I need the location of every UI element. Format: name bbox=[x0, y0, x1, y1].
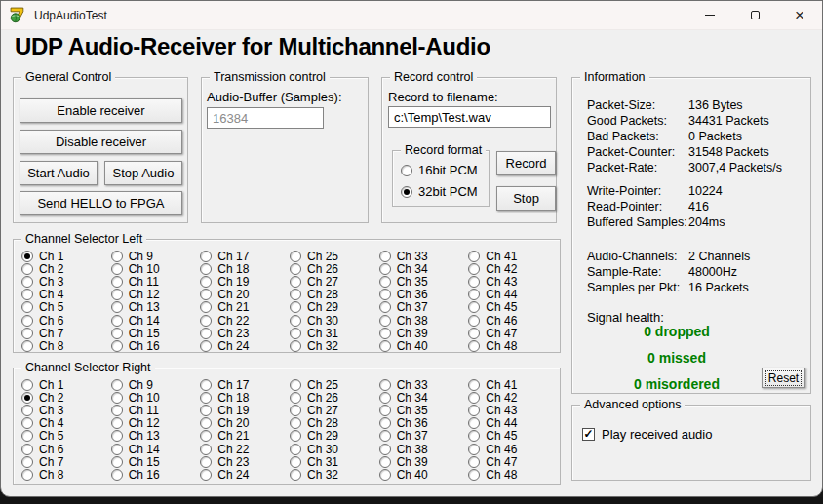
radio-ch-22[interactable]: Ch 22 bbox=[200, 443, 290, 455]
radio-ch-30[interactable]: Ch 30 bbox=[290, 314, 379, 327]
send-hello-button[interactable]: Send HELLO to FPGA bbox=[20, 191, 182, 215]
radio-ch-27[interactable]: Ch 27 bbox=[290, 404, 379, 416]
radio-ch-26[interactable]: Ch 26 bbox=[290, 391, 379, 404]
radio-ch-23[interactable]: Ch 23 bbox=[200, 327, 290, 339]
radio-ch-6[interactable]: Ch 6 bbox=[21, 314, 111, 327]
radio-ch-7[interactable]: Ch 7 bbox=[21, 455, 111, 468]
radio-ch-18[interactable]: Ch 18 bbox=[200, 262, 290, 275]
radio-ch-38[interactable]: Ch 38 bbox=[379, 443, 469, 455]
radio-ch-4[interactable]: Ch 4 bbox=[21, 289, 111, 301]
radio-ch-45[interactable]: Ch 45 bbox=[468, 301, 558, 314]
radio-ch-48[interactable]: Ch 48 bbox=[468, 468, 558, 481]
radio-ch-28[interactable]: Ch 28 bbox=[290, 417, 379, 430]
record-button[interactable]: Record bbox=[496, 151, 556, 175]
radio-ch-46[interactable]: Ch 46 bbox=[468, 443, 558, 455]
radio-ch-6[interactable]: Ch 6 bbox=[21, 443, 111, 455]
radio-ch-27[interactable]: Ch 27 bbox=[290, 275, 379, 288]
radio-ch-1[interactable]: Ch 1 bbox=[21, 378, 111, 391]
radio-ch-39[interactable]: Ch 39 bbox=[379, 327, 469, 339]
radio-ch-35[interactable]: Ch 35 bbox=[379, 404, 469, 416]
radio-ch-40[interactable]: Ch 40 bbox=[379, 468, 469, 481]
radio-ch-21[interactable]: Ch 21 bbox=[200, 301, 290, 314]
minimize-button[interactable] bbox=[687, 1, 732, 29]
radio-16bit-pcm[interactable]: 16bit PCM bbox=[401, 163, 478, 177]
radio-ch-46[interactable]: Ch 46 bbox=[468, 314, 558, 327]
radio-ch-11[interactable]: Ch 11 bbox=[111, 275, 201, 288]
radio-ch-36[interactable]: Ch 36 bbox=[379, 417, 469, 430]
radio-ch-9[interactable]: Ch 9 bbox=[111, 378, 201, 391]
radio-ch-41[interactable]: Ch 41 bbox=[468, 378, 558, 391]
radio-ch-42[interactable]: Ch 42 bbox=[468, 262, 558, 275]
radio-ch-2[interactable]: Ch 2 bbox=[21, 262, 111, 275]
radio-ch-13[interactable]: Ch 13 bbox=[111, 301, 201, 314]
radio-ch-5[interactable]: Ch 5 bbox=[21, 430, 111, 443]
start-audio-button[interactable]: Start Audio bbox=[20, 161, 98, 185]
radio-ch-17[interactable]: Ch 17 bbox=[200, 378, 290, 391]
radio-ch-26[interactable]: Ch 26 bbox=[290, 262, 379, 275]
radio-ch-21[interactable]: Ch 21 bbox=[200, 430, 290, 443]
play-received-audio-checkbox[interactable]: Play received audio bbox=[582, 427, 712, 442]
radio-ch-38[interactable]: Ch 38 bbox=[379, 314, 469, 327]
titlebar[interactable]: UdpAudioTest × bbox=[1, 1, 822, 30]
radio-ch-41[interactable]: Ch 41 bbox=[468, 250, 558, 262]
radio-ch-10[interactable]: Ch 10 bbox=[111, 262, 201, 275]
radio-ch-16[interactable]: Ch 16 bbox=[111, 468, 201, 481]
radio-ch-3[interactable]: Ch 3 bbox=[21, 404, 111, 416]
radio-ch-37[interactable]: Ch 37 bbox=[379, 430, 469, 443]
radio-ch-9[interactable]: Ch 9 bbox=[111, 250, 201, 262]
radio-ch-24[interactable]: Ch 24 bbox=[200, 468, 290, 481]
radio-ch-22[interactable]: Ch 22 bbox=[200, 314, 290, 327]
radio-ch-36[interactable]: Ch 36 bbox=[379, 289, 469, 301]
radio-ch-44[interactable]: Ch 44 bbox=[468, 417, 558, 430]
radio-ch-29[interactable]: Ch 29 bbox=[290, 301, 379, 314]
disable-receiver-button[interactable]: Disable receiver bbox=[20, 130, 182, 154]
close-button[interactable]: × bbox=[777, 1, 822, 29]
stop-audio-button[interactable]: Stop Audio bbox=[104, 161, 182, 185]
radio-ch-8[interactable]: Ch 8 bbox=[21, 339, 111, 352]
radio-ch-37[interactable]: Ch 37 bbox=[379, 301, 469, 314]
radio-ch-40[interactable]: Ch 40 bbox=[379, 339, 469, 352]
radio-ch-7[interactable]: Ch 7 bbox=[21, 327, 111, 339]
maximize-button[interactable] bbox=[732, 1, 777, 29]
radio-ch-17[interactable]: Ch 17 bbox=[200, 250, 290, 262]
radio-ch-31[interactable]: Ch 31 bbox=[290, 455, 379, 468]
radio-ch-43[interactable]: Ch 43 bbox=[468, 404, 558, 416]
radio-ch-14[interactable]: Ch 14 bbox=[111, 314, 201, 327]
radio-ch-15[interactable]: Ch 15 bbox=[111, 327, 201, 339]
record-filename-input[interactable] bbox=[388, 106, 551, 128]
radio-ch-34[interactable]: Ch 34 bbox=[379, 391, 469, 404]
radio-ch-20[interactable]: Ch 20 bbox=[200, 289, 290, 301]
radio-ch-47[interactable]: Ch 47 bbox=[468, 327, 558, 339]
radio-32bit-pcm[interactable]: 32bit PCM bbox=[401, 184, 478, 199]
radio-ch-32[interactable]: Ch 32 bbox=[290, 468, 379, 481]
radio-ch-45[interactable]: Ch 45 bbox=[468, 430, 558, 443]
radio-ch-12[interactable]: Ch 12 bbox=[111, 417, 201, 430]
radio-ch-48[interactable]: Ch 48 bbox=[468, 339, 558, 352]
radio-ch-29[interactable]: Ch 29 bbox=[290, 430, 379, 443]
reset-button[interactable]: Reset bbox=[762, 368, 805, 388]
radio-ch-39[interactable]: Ch 39 bbox=[379, 455, 469, 468]
radio-ch-35[interactable]: Ch 35 bbox=[379, 275, 469, 288]
radio-ch-11[interactable]: Ch 11 bbox=[111, 404, 201, 416]
radio-ch-34[interactable]: Ch 34 bbox=[379, 262, 469, 275]
radio-ch-5[interactable]: Ch 5 bbox=[21, 301, 111, 314]
radio-ch-20[interactable]: Ch 20 bbox=[200, 417, 290, 430]
radio-ch-25[interactable]: Ch 25 bbox=[290, 250, 379, 262]
radio-ch-13[interactable]: Ch 13 bbox=[111, 430, 201, 443]
radio-ch-31[interactable]: Ch 31 bbox=[290, 327, 379, 339]
radio-ch-19[interactable]: Ch 19 bbox=[200, 275, 290, 288]
radio-ch-47[interactable]: Ch 47 bbox=[468, 455, 558, 468]
radio-ch-18[interactable]: Ch 18 bbox=[200, 391, 290, 404]
radio-ch-4[interactable]: Ch 4 bbox=[21, 417, 111, 430]
stop-record-button[interactable]: Stop bbox=[496, 186, 556, 211]
radio-ch-30[interactable]: Ch 30 bbox=[290, 443, 379, 455]
radio-ch-23[interactable]: Ch 23 bbox=[200, 455, 290, 468]
enable-receiver-button[interactable]: Enable receiver bbox=[20, 98, 182, 123]
radio-ch-14[interactable]: Ch 14 bbox=[111, 443, 201, 455]
radio-ch-32[interactable]: Ch 32 bbox=[290, 339, 379, 352]
radio-ch-10[interactable]: Ch 10 bbox=[111, 391, 201, 404]
radio-ch-19[interactable]: Ch 19 bbox=[200, 404, 290, 416]
radio-ch-16[interactable]: Ch 16 bbox=[111, 339, 201, 352]
radio-ch-28[interactable]: Ch 28 bbox=[290, 289, 379, 301]
radio-ch-12[interactable]: Ch 12 bbox=[111, 289, 201, 301]
